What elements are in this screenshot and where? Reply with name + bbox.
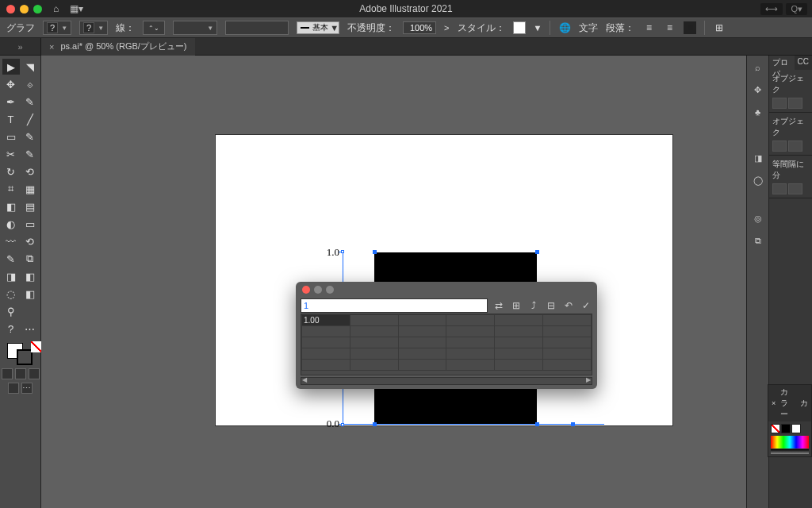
tool-1[interactable]: ◥: [21, 59, 39, 75]
dialog-scrollbar[interactable]: [301, 377, 592, 385]
fill-dropdown[interactable]: ?▼: [43, 21, 71, 35]
dialog-titlebar[interactable]: [296, 282, 597, 298]
tool-29[interactable]: [21, 303, 39, 319]
paragraph-label[interactable]: 段落：: [606, 21, 634, 35]
color-spectrum[interactable]: [771, 436, 809, 448]
color-panel-tab2[interactable]: カ: [800, 398, 808, 409]
brush-dropdown[interactable]: [225, 21, 289, 35]
align-to-icon[interactable]: ⊞: [713, 21, 726, 34]
tool-24[interactable]: ◨: [2, 268, 20, 284]
tab-properties[interactable]: プロパ: [769, 56, 795, 70]
gradient-mode-icon[interactable]: [15, 368, 26, 379]
draw-mode-icon[interactable]: [29, 368, 40, 379]
tool-25[interactable]: ◧: [21, 268, 39, 284]
tool-4[interactable]: ✒: [2, 94, 20, 110]
opacity-label: 不透明度：: [347, 21, 395, 35]
cell-a1[interactable]: 1.00: [302, 315, 350, 326]
tool-7[interactable]: ╱: [21, 111, 39, 127]
transpose-icon[interactable]: ⊞: [510, 299, 523, 312]
align-icon-2[interactable]: [788, 98, 802, 109]
align-right-icon[interactable]: ≡: [684, 21, 696, 34]
canvas[interactable]: 1.0 0.5 0.0 ⇄ ⊞: [41, 56, 746, 508]
tab-collapse-icon[interactable]: »: [0, 38, 41, 56]
stroke-color-dropdown[interactable]: ?▼: [79, 21, 108, 35]
swatch-white[interactable]: [791, 424, 801, 433]
tool-0[interactable]: ▶: [2, 59, 20, 75]
tool-17[interactable]: ▤: [21, 198, 39, 214]
tool-6[interactable]: T: [2, 111, 20, 127]
tool-14[interactable]: ⌗: [2, 181, 20, 197]
opacity-dropdown-icon[interactable]: >: [444, 23, 449, 33]
screen-mode-icon[interactable]: [8, 383, 19, 394]
stroke-profile-dropdown[interactable]: ▼: [173, 21, 217, 35]
option-bar: グラフ ?▼ ?▼ 線： ⌃⌄ ▼ 基本▼ 不透明度： > スタイル： ▼ 🌐 …: [0, 17, 812, 38]
color-brightness-bar[interactable]: [771, 449, 809, 454]
stroke-style-dropdown[interactable]: 基本▼: [297, 21, 339, 34]
graphic-style-swatch[interactable]: [513, 21, 526, 34]
tool-28[interactable]: ⚲: [2, 303, 20, 319]
tool-3[interactable]: ⟐: [21, 76, 39, 92]
dist-icon-1[interactable]: [772, 140, 787, 152]
import-data-icon[interactable]: ⇄: [492, 299, 505, 312]
panel-icon-suits[interactable]: ♣: [751, 105, 765, 119]
tab-cc[interactable]: CC: [795, 56, 812, 70]
close-tab-icon[interactable]: ×: [49, 42, 54, 52]
stroke-weight-stepper[interactable]: ⌃⌄: [143, 21, 165, 35]
panel-icon-transform[interactable]: ✥: [751, 83, 765, 97]
tool-8[interactable]: ▭: [2, 129, 20, 144]
tool-19[interactable]: ▭: [21, 216, 39, 232]
tool-26[interactable]: ◌: [2, 286, 20, 302]
tool-23[interactable]: ⧉: [21, 251, 39, 267]
align-center-icon[interactable]: ≡: [663, 21, 676, 34]
panel-icon-styles[interactable]: ◯: [751, 173, 765, 187]
search-dropdown[interactable]: Q▾: [786, 3, 807, 15]
edit-toolbar-icon[interactable]: ⋯: [21, 383, 33, 394]
tool-16[interactable]: ◧: [2, 198, 20, 214]
none-swatch[interactable]: [31, 341, 42, 352]
swatch-none-icon[interactable]: [771, 424, 780, 433]
color-mode-icon[interactable]: [2, 368, 13, 379]
panel-icon-libraries[interactable]: ⌕: [751, 60, 765, 75]
document-tab[interactable]: × ps.ai* @ 50% (RGB/プレビュー): [41, 38, 195, 56]
tool-30[interactable]: ?: [2, 321, 20, 337]
data-grid[interactable]: 1.00: [301, 314, 592, 375]
space-icon-1[interactable]: [772, 183, 787, 194]
apply-icon[interactable]: ✓: [580, 299, 592, 312]
tool-11[interactable]: ✎: [21, 146, 39, 162]
tool-18[interactable]: ◐: [2, 216, 20, 232]
tool-12[interactable]: ↻: [2, 164, 20, 179]
dialog-close-icon[interactable]: [302, 286, 310, 294]
tool-31[interactable]: ⋯: [21, 321, 39, 337]
stroke-swatch[interactable]: [17, 349, 33, 365]
align-left-icon[interactable]: ≡: [642, 21, 655, 34]
fill-stroke-swatch[interactable]: [6, 341, 36, 365]
tool-20[interactable]: 〰: [2, 233, 20, 249]
switch-xy-icon[interactable]: ⤴: [527, 299, 540, 312]
cell-input[interactable]: [301, 298, 488, 313]
tool-9[interactable]: ✎: [21, 129, 39, 144]
align-icon-1[interactable]: [772, 98, 787, 109]
dist-icon-2[interactable]: [788, 140, 802, 152]
tool-5[interactable]: ✎: [21, 94, 39, 110]
panel-icon-color[interactable]: ◎: [751, 211, 765, 225]
tool-15[interactable]: ▦: [21, 181, 39, 197]
color-panel-close-icon[interactable]: ×: [772, 399, 776, 407]
globe-icon[interactable]: 🌐: [558, 21, 571, 34]
swatch-black[interactable]: [781, 424, 791, 433]
color-panel-title[interactable]: カラー: [780, 387, 795, 420]
revert-icon[interactable]: ↶: [562, 299, 575, 312]
space-icon-2[interactable]: [788, 183, 802, 194]
tool-10[interactable]: ✂: [2, 146, 20, 162]
panel-icon-artboards[interactable]: ⧉: [751, 233, 765, 248]
tool-13[interactable]: ⟲: [21, 164, 39, 179]
cell-style-icon[interactable]: ⊟: [545, 299, 557, 312]
character-label[interactable]: 文字: [579, 21, 598, 35]
tool-22[interactable]: ✎: [2, 251, 20, 267]
tool-2[interactable]: ✥: [2, 76, 20, 92]
opacity-field[interactable]: [403, 21, 436, 34]
tool-21[interactable]: ⟲: [21, 233, 39, 249]
panel-icon-appearance[interactable]: ◨: [751, 151, 765, 165]
tool-27[interactable]: ◧: [21, 286, 39, 302]
expand-icon[interactable]: ⟷: [760, 3, 783, 15]
titlebar: ⌂ ▦▾ Adobe Illustrator 2021 ⟷ Q▾: [0, 0, 812, 17]
